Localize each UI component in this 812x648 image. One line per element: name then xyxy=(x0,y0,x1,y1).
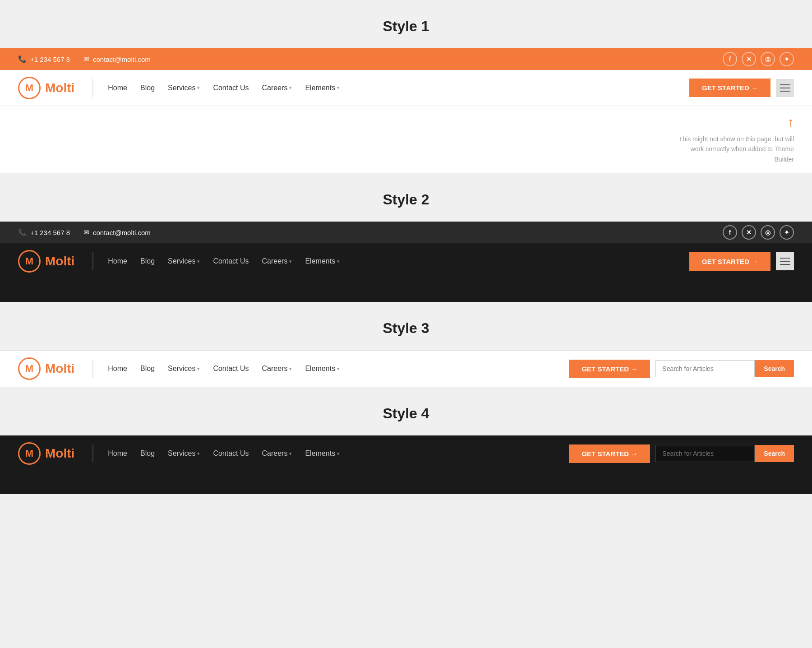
style2-twitter-icon[interactable]: ✕ xyxy=(742,225,756,240)
logo-icon: M xyxy=(18,77,41,99)
style2-title: Style 2 xyxy=(0,173,812,222)
style2-nav-divider xyxy=(92,252,93,270)
style1-header: 📞 +1 234 567 8 ✉ contact@molti.com f ✕ ◎… xyxy=(0,48,812,173)
style2-nav-contact[interactable]: Contact Us xyxy=(208,254,254,269)
twitter-icon[interactable]: ✕ xyxy=(742,52,756,66)
style1-logo[interactable]: M Molti xyxy=(18,77,74,99)
style2-dribbble-icon[interactable]: ✦ xyxy=(780,225,794,240)
style4-search-button[interactable]: Search xyxy=(755,445,794,462)
dribbble-icon[interactable]: ✦ xyxy=(780,52,794,66)
email-icon: ✉ xyxy=(83,55,89,63)
tooltip-text: This might not show on this page, but wi… xyxy=(679,134,794,164)
style4-search-input[interactable] xyxy=(655,445,755,462)
style1-hamburger-button[interactable] xyxy=(776,79,794,97)
style1-topbar-left: 📞 +1 234 567 8 ✉ contact@molti.com xyxy=(18,55,151,63)
nav-contact[interactable]: Contact Us xyxy=(208,80,254,96)
style3-nav-blog[interactable]: Blog xyxy=(135,361,160,376)
style2-bottom-space xyxy=(0,279,812,302)
style1-phone-item: 📞 +1 234 567 8 xyxy=(18,55,70,63)
style2-logo-text: Molti xyxy=(45,254,74,268)
bottom-gap xyxy=(0,494,812,521)
style2-logo[interactable]: M Molti xyxy=(18,250,74,273)
style2-nav-actions: GET STARTED → xyxy=(689,252,794,271)
facebook-icon[interactable]: f xyxy=(723,52,737,66)
style1-get-started-button[interactable]: GET STARTED → xyxy=(689,79,770,97)
style3-search-input[interactable] xyxy=(655,360,755,377)
style2-nav-blog[interactable]: Blog xyxy=(135,254,160,269)
logo-text: Molti xyxy=(45,81,74,95)
style2-phone-item: 📞 +1 234 567 8 xyxy=(18,228,70,236)
style3-logo-text: Molti xyxy=(45,361,74,376)
style2-nav-services[interactable]: Services ▾ xyxy=(162,254,205,269)
hamburger-line-3 xyxy=(780,91,790,92)
style2-email: contact@molti.com xyxy=(93,229,151,236)
style4-nav-services[interactable]: Services ▾ xyxy=(162,446,205,461)
style4-logo-text: Molti xyxy=(45,446,74,461)
style4-nav-blog[interactable]: Blog xyxy=(135,446,160,461)
style2-hamburger-line-3 xyxy=(780,264,790,265)
style2-facebook-icon[interactable]: f xyxy=(723,225,737,240)
style4-navbar: M Molti Home Blog Services ▾ Contact Us … xyxy=(0,435,812,472)
style1-topbar: 📞 +1 234 567 8 ✉ contact@molti.com f ✕ ◎… xyxy=(0,48,812,70)
style4-nav-careers[interactable]: Careers ▾ xyxy=(257,446,298,461)
style4-bottom-space xyxy=(0,472,812,494)
style2-nav-elements[interactable]: Elements ▾ xyxy=(300,254,345,269)
instagram-icon[interactable]: ◎ xyxy=(761,52,775,66)
style3-search-button[interactable]: Search xyxy=(755,360,794,377)
style3-logo-icon: M xyxy=(18,357,41,380)
style1-social: f ✕ ◎ ✦ xyxy=(723,52,794,66)
hamburger-line-1 xyxy=(780,84,790,85)
style4-logo[interactable]: M Molti xyxy=(18,442,74,465)
style3-navbar: M Molti Home Blog Services ▾ Contact Us … xyxy=(0,351,812,387)
style3-logo[interactable]: M Molti xyxy=(18,357,74,380)
style2-header: 📞 +1 234 567 8 ✉ contact@molti.com f ✕ ◎… xyxy=(0,222,812,302)
style2-email-item: ✉ contact@molti.com xyxy=(83,228,151,236)
style4-nav-elements[interactable]: Elements ▾ xyxy=(300,446,345,461)
style1-nav-divider xyxy=(92,79,93,97)
style2-hamburger-line-2 xyxy=(780,261,790,262)
style2-logo-icon: M xyxy=(18,250,41,273)
style4-nav-home[interactable]: Home xyxy=(102,446,133,461)
style2-hamburger-button[interactable] xyxy=(776,252,794,270)
style1-title: Style 1 xyxy=(0,0,812,48)
phone-icon: 📞 xyxy=(18,55,27,63)
style3-nav-contact[interactable]: Contact Us xyxy=(208,361,254,376)
scroll-top-icon[interactable]: ↑ xyxy=(788,115,794,130)
style4-header: M Molti Home Blog Services ▾ Contact Us … xyxy=(0,435,812,494)
style1-nav-links: Home Blog Services ▾ Contact Us Careers … xyxy=(102,80,689,96)
style2-email-icon: ✉ xyxy=(83,228,89,236)
style1-nav-actions: GET STARTED → xyxy=(689,79,794,97)
nav-elements[interactable]: Elements ▾ xyxy=(300,80,345,96)
style2-nav-home[interactable]: Home xyxy=(102,254,133,269)
style3-nav-home[interactable]: Home xyxy=(102,361,133,376)
style4-nav-contact[interactable]: Contact Us xyxy=(208,446,254,461)
style2-nav-careers[interactable]: Careers ▾ xyxy=(257,254,298,269)
style2-phone-icon: 📞 xyxy=(18,228,27,236)
style2-instagram-icon[interactable]: ◎ xyxy=(761,225,775,240)
nav-services[interactable]: Services ▾ xyxy=(162,80,205,96)
style3-nav-links: Home Blog Services ▾ Contact Us Careers … xyxy=(102,361,569,376)
style4-get-started-button[interactable]: GET STARTED → xyxy=(569,444,650,463)
style1-tooltip-area: ↑ This might not show on this page, but … xyxy=(0,106,812,173)
style3-search-box: Search xyxy=(655,360,794,377)
nav-home[interactable]: Home xyxy=(102,80,133,96)
style4-logo-icon: M xyxy=(18,442,41,465)
style3-nav-careers[interactable]: Careers ▾ xyxy=(257,361,298,376)
style3-nav-elements[interactable]: Elements ▾ xyxy=(300,361,345,376)
style2-hamburger-line-1 xyxy=(780,258,790,259)
style4-nav-links: Home Blog Services ▾ Contact Us Careers … xyxy=(102,446,569,461)
style3-header: M Molti Home Blog Services ▾ Contact Us … xyxy=(0,350,812,387)
nav-blog[interactable]: Blog xyxy=(135,80,160,96)
hamburger-line-2 xyxy=(780,88,790,88)
style4-title: Style 4 xyxy=(0,387,812,435)
style2-nav-links: Home Blog Services ▾ Contact Us Careers … xyxy=(102,254,689,269)
style2-get-started-button[interactable]: GET STARTED → xyxy=(689,252,770,271)
style2-navbar: M Molti Home Blog Services ▾ Contact Us … xyxy=(0,243,812,279)
style3-nav-divider xyxy=(92,360,93,378)
style1-email-item: ✉ contact@molti.com xyxy=(83,55,151,63)
style2-topbar-left: 📞 +1 234 567 8 ✉ contact@molti.com xyxy=(18,228,151,236)
style4-search-box: Search xyxy=(655,445,794,462)
style3-get-started-button[interactable]: GET STARTED → xyxy=(569,360,650,378)
nav-careers[interactable]: Careers ▾ xyxy=(257,80,298,96)
style3-nav-services[interactable]: Services ▾ xyxy=(162,361,205,376)
